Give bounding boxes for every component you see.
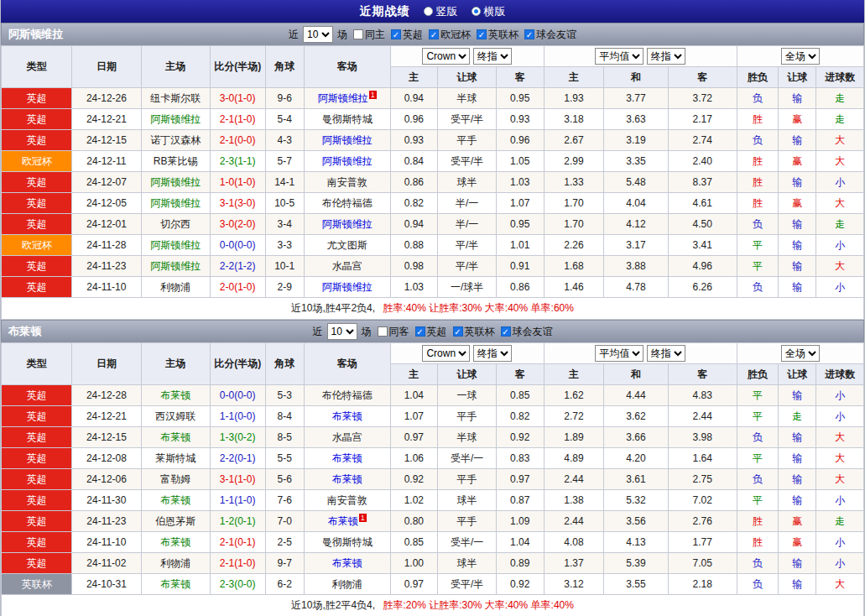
home-team-link[interactable]: 富勒姆 bbox=[160, 473, 190, 485]
corners: 14-1 bbox=[265, 172, 304, 193]
asia-away-odds: 1.07 bbox=[497, 193, 545, 214]
col-header-euro-draw: 和 bbox=[604, 364, 668, 385]
filter-checkbox-efl-cup[interactable]: 英联杯 bbox=[477, 28, 518, 42]
away-team-link[interactable]: 布伦特福德 bbox=[322, 389, 373, 401]
away-team-link[interactable]: 利物浦 bbox=[332, 578, 362, 590]
away-team-link[interactable]: 阿斯顿维拉 bbox=[322, 281, 373, 293]
away-team-link[interactable]: 曼彻斯特城 bbox=[322, 113, 373, 125]
filter-checkbox-premier-league[interactable]: 英超 bbox=[415, 325, 447, 339]
home-team-link[interactable]: 阿斯顿维拉 bbox=[150, 113, 201, 125]
red-card-badge: 1 bbox=[359, 514, 367, 522]
euro-home-odds: 2.67 bbox=[544, 130, 604, 151]
match-count-select[interactable]: 10 bbox=[303, 26, 333, 43]
away-team-link[interactable]: 南安普敦 bbox=[327, 176, 367, 188]
euro-away-odds: 2.18 bbox=[668, 574, 737, 595]
away-team-link[interactable]: 曼彻斯特城 bbox=[322, 536, 373, 548]
odds-time-select-2[interactable]: 终指 bbox=[647, 345, 685, 362]
home-team-link[interactable]: 利物浦 bbox=[160, 557, 190, 569]
filter-checkbox-efl-cup[interactable]: 英联杯 bbox=[453, 325, 495, 339]
scope-select[interactable]: 全场 bbox=[781, 345, 820, 362]
euro-home-odds: 4.89 bbox=[544, 448, 604, 469]
euro-home-odds: 1.70 bbox=[544, 214, 604, 235]
away-team-link[interactable]: 阿斯顿维拉 bbox=[322, 155, 373, 167]
home-team-link[interactable]: 布莱顿 bbox=[160, 494, 190, 506]
match-date: 24-11-28 bbox=[72, 235, 141, 256]
home-team-link[interactable]: 布莱顿 bbox=[160, 389, 190, 401]
filter-checkbox-club-friendly[interactable]: 球会友谊 bbox=[501, 325, 553, 339]
home-team-link[interactable]: 伯恩茅斯 bbox=[155, 515, 195, 527]
away-team-link[interactable]: 布莱顿 bbox=[332, 410, 362, 422]
away-team-link[interactable]: 布莱顿 bbox=[328, 515, 358, 527]
away-team-link[interactable]: 阿斯顿维拉 bbox=[318, 92, 368, 104]
score-text: 0-0(0-0) bbox=[220, 239, 256, 251]
filter-checkbox-same-venue[interactable]: 同主 bbox=[353, 28, 385, 42]
score-text: 0-0(0-0) bbox=[220, 389, 256, 401]
away-team-link[interactable]: 布伦特福德 bbox=[322, 197, 373, 209]
euro-away-odds: 6.26 bbox=[668, 277, 737, 298]
checkbox-icon bbox=[391, 29, 401, 39]
league-type: 英超 bbox=[2, 490, 72, 511]
away-team-link[interactable]: 布莱顿 bbox=[332, 557, 362, 569]
away-team-link[interactable]: 布莱顿 bbox=[332, 452, 362, 464]
score: 0-0(0-0) bbox=[210, 385, 265, 406]
home-team-link[interactable]: 阿斯顿维拉 bbox=[150, 260, 201, 272]
euro-home-odds: 1.38 bbox=[544, 490, 604, 511]
asia-home-odds: 1.04 bbox=[390, 385, 438, 406]
company-select[interactable]: Crown bbox=[422, 345, 470, 362]
score: 2-1(0-1) bbox=[210, 532, 265, 553]
filter-checkbox-champions-league[interactable]: 欧冠杯 bbox=[429, 28, 471, 42]
match-count-select[interactable]: 10 bbox=[327, 323, 357, 340]
home-team-link[interactable]: 西汉姆联 bbox=[155, 410, 195, 422]
home-team-link[interactable]: 利物浦 bbox=[160, 281, 190, 293]
euro-draw-odds: 3.88 bbox=[604, 256, 668, 277]
home-team-link[interactable]: 纽卡斯尔联 bbox=[150, 92, 201, 104]
odds-time-select[interactable]: 终指 bbox=[473, 345, 512, 362]
home-team-link[interactable]: 阿斯顿维拉 bbox=[150, 176, 201, 188]
col-header-handicap-result: 让球 bbox=[779, 67, 816, 88]
filter-checkbox-same-venue[interactable]: 同客 bbox=[378, 325, 409, 339]
average-select[interactable]: 平均值 bbox=[595, 48, 644, 65]
euro-draw-odds: 3.56 bbox=[604, 511, 668, 532]
view-option-horizontal[interactable]: 横版 bbox=[472, 4, 506, 19]
league-type: 英超 bbox=[2, 256, 72, 277]
home-team-link[interactable]: 布莱顿 bbox=[160, 578, 190, 590]
asia-away-odds: 0.87 bbox=[497, 490, 545, 511]
home-team: 伯恩茅斯 bbox=[141, 511, 210, 532]
euro-away-odds: 4.83 bbox=[668, 385, 737, 406]
match-filters: 近 10 场 同客 英超 英联杯 球会友谊 bbox=[94, 323, 771, 340]
odds-time-select-2[interactable]: 终指 bbox=[647, 48, 685, 65]
away-team-link[interactable]: 南安普敦 bbox=[327, 494, 367, 506]
score: 1-1(0-0) bbox=[210, 406, 265, 427]
home-team-link[interactable]: 阿斯顿维拉 bbox=[150, 239, 201, 251]
odds-time-select[interactable]: 终指 bbox=[473, 48, 512, 65]
view-option-vertical[interactable]: 竖版 bbox=[424, 4, 458, 19]
asia-handicap: 平手 bbox=[438, 469, 497, 490]
home-team-link[interactable]: 布莱顿 bbox=[160, 536, 190, 548]
home-team-link[interactable]: 诺丁汉森林 bbox=[150, 134, 201, 146]
home-team-link[interactable]: 阿斯顿维拉 bbox=[150, 197, 201, 209]
home-team-link[interactable]: 切尔西 bbox=[160, 218, 190, 230]
filter-near-label: 近 bbox=[289, 28, 299, 42]
away-team-link[interactable]: 阿斯顿维拉 bbox=[322, 218, 373, 230]
away-team-link[interactable]: 水晶宫 bbox=[332, 431, 362, 443]
away-team: 水晶宫 bbox=[304, 256, 390, 277]
scope-select[interactable]: 全场 bbox=[781, 48, 820, 65]
home-team-link[interactable]: RB莱比锡 bbox=[154, 155, 198, 167]
company-select[interactable]: Crown bbox=[422, 48, 470, 65]
score-text: 2-1(1-0) bbox=[220, 557, 256, 569]
average-select[interactable]: 平均值 bbox=[595, 345, 644, 362]
home-team-link[interactable]: 莱斯特城 bbox=[155, 452, 195, 464]
away-team-link[interactable]: 水晶宫 bbox=[332, 260, 362, 272]
filter-checkbox-premier-league[interactable]: 英超 bbox=[391, 28, 423, 42]
match-date: 24-12-11 bbox=[72, 151, 141, 172]
away-team-link[interactable]: 尤文图斯 bbox=[327, 239, 367, 251]
home-team-link[interactable]: 布莱顿 bbox=[160, 431, 190, 443]
asia-home-odds: 0.92 bbox=[390, 469, 438, 490]
team-section-header: 阿斯顿维拉 近 10 场 同主 英超 欧冠杯 bbox=[1, 23, 864, 45]
checkbox-icon bbox=[429, 29, 439, 39]
away-team-link[interactable]: 阿斯顿维拉 bbox=[322, 134, 373, 146]
score: 2-1(0-0) bbox=[210, 130, 265, 151]
filter-checkbox-club-friendly[interactable]: 球会友谊 bbox=[524, 28, 576, 42]
match-date: 24-11-02 bbox=[72, 553, 141, 574]
away-team-link[interactable]: 布莱顿 bbox=[332, 473, 362, 485]
